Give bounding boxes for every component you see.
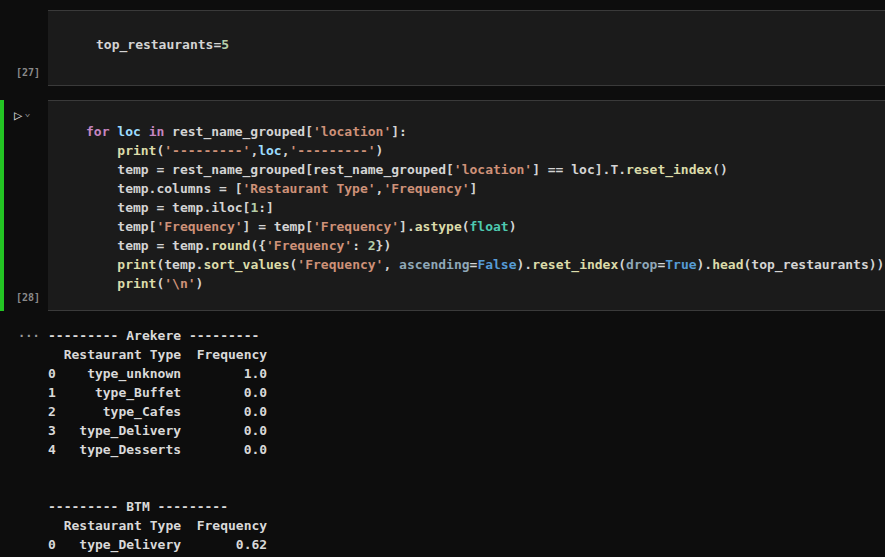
code-line: print('---------',loc,'---------') <box>86 141 885 160</box>
code-line: print('\n') <box>86 274 885 293</box>
cell-gutter: ▷ ⌄ [28] <box>0 100 48 311</box>
code-line: temp = rest_name_grouped[rest_name_group… <box>86 160 885 179</box>
code-cell-27: [27] top_restaurants=5 <box>0 10 885 86</box>
code-line: top_restaurants=5 <box>96 35 885 54</box>
code-line: for loc in rest_name_grouped['location']… <box>86 122 885 141</box>
run-cell-button[interactable]: ▷ <box>14 108 22 122</box>
code-line: temp = temp.round({'Frequency': 2}) <box>86 236 885 255</box>
chevron-down-icon[interactable]: ⌄ <box>24 108 30 118</box>
code-editor[interactable]: for loc in rest_name_grouped['location']… <box>48 100 885 311</box>
code-line: temp = temp.iloc[1:] <box>86 198 885 217</box>
execution-count: [28] <box>16 292 40 303</box>
cell-gutter: [27] <box>0 10 48 86</box>
output-gutter: ... <box>0 320 48 557</box>
code-line: temp['Frequency'] = temp['Frequency'].as… <box>86 217 885 236</box>
run-controls: ▷ ⌄ <box>14 108 30 122</box>
code-cell-28: ▷ ⌄ [28] for loc in rest_name_grouped['l… <box>0 100 885 311</box>
output-collapse-indicator[interactable]: ... <box>18 326 40 340</box>
notebook-editor: [27] top_restaurants=5 ▷ ⌄ [28] for loc … <box>0 0 885 557</box>
execution-count: [27] <box>16 67 40 78</box>
cell-output: ... --------- Arekere --------- Restaura… <box>0 320 885 557</box>
output-text: --------- Arekere --------- Restaurant T… <box>48 320 885 557</box>
code-editor[interactable]: top_restaurants=5 <box>48 10 885 86</box>
code-content: for loc in rest_name_grouped['location']… <box>86 122 885 293</box>
code-line: print(temp.sort_values('Frequency', asce… <box>86 255 885 274</box>
code-content: top_restaurants=5 <box>96 35 885 54</box>
code-line: temp.columns = ['Restaurant Type','Frequ… <box>86 179 885 198</box>
